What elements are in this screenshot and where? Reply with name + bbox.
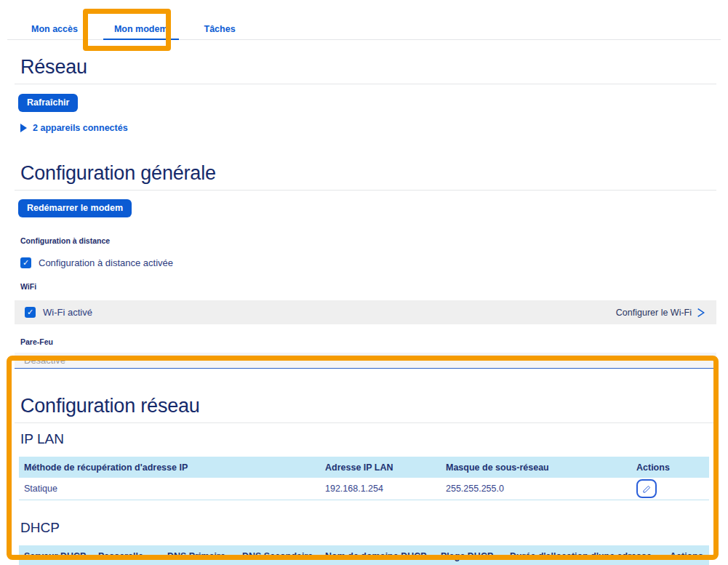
dhcp-header-dns2: DNS Secondaire [237, 545, 320, 565]
iplan-method-cell: Statique [19, 478, 320, 500]
triangle-right-icon [20, 124, 27, 132]
iplan-row: Statique 192.168.1.254 255.255.255.0 [19, 478, 709, 500]
dhcp-header-range: Plage DHCP [436, 545, 505, 565]
refresh-button[interactable]: Rafraîchir [18, 94, 78, 112]
tab-taches[interactable]: Tâches [193, 24, 247, 40]
general-config-section-title: Configuration générale [15, 162, 716, 191]
iplan-edit-button[interactable] [636, 479, 657, 498]
remote-config-label: Configuration à distance [20, 236, 716, 245]
wifi-label: WiFi [20, 282, 716, 291]
configure-wifi-label: Configurer le Wi-Fi [616, 308, 692, 318]
wifi-checkbox-label: Wi-Fi activé [43, 307, 92, 318]
iplan-header-row: Méthode de récupération d'adresse IP Adr… [19, 457, 709, 478]
iplan-table: Méthode de récupération d'adresse IP Adr… [19, 457, 709, 500]
iplan-title: IP LAN [20, 431, 716, 447]
dhcp-header-dns1: DNS Primaire [162, 545, 237, 565]
configure-wifi-link[interactable]: Configurer le Wi-Fi [616, 307, 706, 318]
tab-mon-acces[interactable]: Mon accès [20, 24, 89, 40]
remote-config-checkbox-label: Configuration à distance activée [39, 257, 173, 268]
network-section-title: Réseau [15, 56, 716, 84]
remote-config-checkbox-row: ✓ Configuration à distance activée [20, 257, 716, 268]
dhcp-table: Serveur DHCP Passerelle DNS Primaire DNS… [19, 545, 709, 565]
dhcp-title: DHCP [20, 520, 716, 536]
iplan-header-mask: Masque de sous-réseau [441, 457, 631, 478]
iplan-mask-cell: 255.255.255.0 [441, 478, 631, 500]
iplan-header-ip: Adresse IP LAN [320, 457, 441, 478]
restart-modem-button[interactable]: Redémarrer le modem [18, 199, 132, 217]
iplan-header-method: Méthode de récupération d'adresse IP [19, 457, 320, 478]
firewall-label: Pare-Feu [20, 337, 716, 346]
network-config-section-title: Configuration réseau [15, 395, 716, 423]
wifi-checkbox[interactable]: ✓ [25, 307, 36, 318]
iplan-header-actions: Actions [631, 457, 709, 478]
dhcp-header-gateway: Passerelle [93, 545, 162, 565]
dhcp-header-lease: Durée d'allocation d'une adresse [505, 545, 665, 565]
chevron-right-icon [695, 307, 706, 318]
modem-config-page: Mon accès Mon modem Tâches Réseau Rafraî… [0, 0, 728, 565]
remote-config-checkbox[interactable]: ✓ [20, 257, 31, 268]
dhcp-header-server: Serveur DHCP [19, 545, 93, 565]
pencil-icon [642, 484, 652, 494]
connected-devices-toggle[interactable]: 2 appareils connectés [20, 123, 716, 133]
tab-mon-modem[interactable]: Mon modem [103, 24, 179, 40]
tab-bar: Mon accès Mon modem Tâches [7, 0, 721, 40]
iplan-ip-cell: 192.168.1.254 [320, 478, 441, 500]
dhcp-header-row: Serveur DHCP Passerelle DNS Primaire DNS… [19, 545, 709, 565]
wifi-bar: ✓ Wi-Fi activé Configurer le Wi-Fi [15, 300, 716, 324]
dhcp-header-domain: Nom de domaine DHCP [320, 545, 436, 565]
firewall-input[interactable] [15, 353, 716, 369]
connected-devices-label: 2 appareils connectés [33, 123, 128, 133]
dhcp-header-actions: Actions [665, 545, 709, 565]
